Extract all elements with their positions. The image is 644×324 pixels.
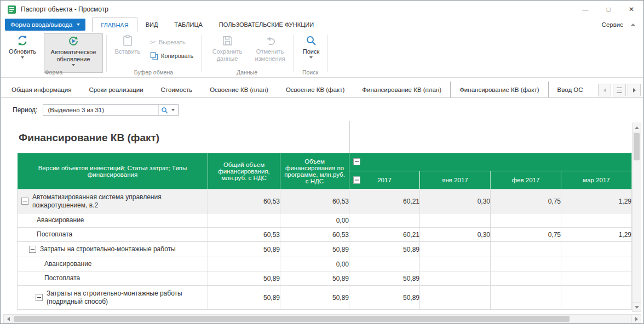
- table-cell[interactable]: 60,53: [208, 189, 280, 213]
- scroll-down-button[interactable]: [633, 302, 641, 311]
- ribbon-tab-bar: Форма ввода/вывода ГЛАВНАЯ ВИД ТАБЛИЦА П…: [1, 18, 643, 32]
- collapse-year-icon[interactable]: [353, 177, 360, 184]
- table-cell[interactable]: [491, 286, 561, 310]
- table-cell[interactable]: 0,00: [280, 257, 349, 271]
- table-row[interactable]: Авансирование 0,00: [18, 213, 632, 228]
- header-feb-2017: фев 2017: [491, 171, 561, 189]
- table-cell[interactable]: [208, 257, 280, 271]
- minimize-button[interactable]: —: [574, 1, 597, 18]
- chevron-down-icon[interactable]: [171, 109, 175, 111]
- table-cell[interactable]: [208, 213, 280, 228]
- tab-implementation-dates[interactable]: Сроки реализации: [80, 82, 152, 97]
- table-cell[interactable]: 0,30: [420, 189, 491, 213]
- collapse-icon[interactable]: [21, 198, 28, 205]
- scissors-icon: ✂: [150, 38, 156, 47]
- table-cell[interactable]: 60,53: [280, 228, 349, 242]
- maximize-button[interactable]: □: [597, 1, 620, 18]
- cut-button[interactable]: ✂ Вырезать: [150, 37, 186, 48]
- ribbon-tab-main[interactable]: ГЛАВНАЯ: [92, 18, 137, 32]
- table-cell[interactable]: [561, 286, 632, 310]
- tab-scroll-left-button[interactable]: [598, 84, 611, 96]
- table-cell[interactable]: [420, 271, 491, 286]
- auto-refresh-button[interactable]: Автоматическое обновление: [44, 33, 103, 73]
- ribbon-tab-table[interactable]: ТАБЛИЦА: [166, 18, 211, 32]
- table-cell[interactable]: 0,75: [491, 228, 561, 242]
- io-form-button[interactable]: Форма ввода/вывода: [5, 19, 85, 31]
- header-mar-2017: мар 2017: [561, 171, 632, 189]
- table-cell[interactable]: [491, 242, 561, 257]
- table-cell[interactable]: [561, 257, 632, 271]
- scroll-left-button[interactable]: [4, 315, 13, 323]
- scroll-right-button[interactable]: [631, 315, 641, 323]
- search-icon[interactable]: [159, 107, 170, 114]
- collapse-icon[interactable]: [29, 246, 36, 253]
- tab-development-plan[interactable]: Освоение КВ (план): [201, 82, 277, 97]
- undo-changes-button[interactable]: Отменить изменения: [250, 33, 290, 62]
- table-cell[interactable]: [420, 213, 491, 228]
- table-cell[interactable]: 1,29: [561, 189, 632, 213]
- table-row[interactable]: Авансирование 0,00: [18, 257, 632, 271]
- tab-general-info[interactable]: Общая информация: [3, 82, 80, 97]
- vertical-scroll-thumb[interactable]: [634, 133, 640, 160]
- refresh-button[interactable]: Обновить: [5, 33, 39, 59]
- ribbon-group-data-label: Данные: [201, 69, 293, 76]
- copy-button[interactable]: Копировать: [150, 50, 193, 61]
- table-cell[interactable]: 60,53: [280, 189, 349, 213]
- table-cell[interactable]: 50,89: [208, 271, 280, 286]
- table-row[interactable]: Постоплата 50,89 50,89 50,89: [18, 271, 632, 286]
- row-label: Затраты на строительно-монтажные работы: [40, 245, 176, 253]
- paste-button[interactable]: Вставить: [111, 33, 145, 55]
- tab-cost[interactable]: Стоимость: [152, 82, 202, 97]
- table-cell[interactable]: 60,21: [349, 228, 420, 242]
- table-cell[interactable]: 50,89: [280, 271, 349, 286]
- table-cell[interactable]: 60,53: [208, 228, 280, 242]
- tab-financing-fact[interactable]: Финансирование КВ (факт): [450, 82, 548, 98]
- table-cell[interactable]: [561, 242, 632, 257]
- table-cell[interactable]: [561, 271, 632, 286]
- table-cell[interactable]: 50,89: [349, 271, 420, 286]
- collapse-all-icon[interactable]: [353, 158, 360, 165]
- service-menu[interactable]: Сервис: [602, 21, 623, 28]
- table-row[interactable]: Затраты на строительно-монтажные работы …: [18, 286, 632, 310]
- table-cell[interactable]: [491, 271, 561, 286]
- table-cell[interactable]: 0,00: [280, 213, 349, 228]
- table-row[interactable]: Затраты на строительно-монтажные работы …: [18, 242, 632, 257]
- table-cell[interactable]: 50,89: [208, 286, 280, 310]
- table-row[interactable]: Автоматизированная система управления по…: [18, 189, 632, 213]
- tab-list-button[interactable]: [613, 84, 626, 96]
- table-cell[interactable]: 0,30: [420, 228, 491, 242]
- tab-financing-plan[interactable]: Финансирование КВ (план): [353, 82, 450, 97]
- table-cell[interactable]: 1,29: [561, 228, 632, 242]
- table-cell[interactable]: 0,75: [491, 189, 561, 213]
- vertical-scrollbar[interactable]: [632, 123, 641, 312]
- table-cell[interactable]: [491, 257, 561, 271]
- table-cell[interactable]: 50,89: [349, 286, 420, 310]
- table-cell[interactable]: 50,89: [349, 242, 420, 257]
- period-combobox[interactable]: (Выделено 3 из 31): [43, 104, 179, 116]
- table-cell[interactable]: [349, 257, 420, 271]
- table-cell[interactable]: [420, 286, 491, 310]
- tab-scroll-right-button[interactable]: [628, 84, 641, 96]
- scroll-up-button[interactable]: [633, 123, 641, 132]
- table-cell[interactable]: 50,89: [280, 242, 349, 257]
- table-cell[interactable]: [491, 213, 561, 228]
- save-data-button[interactable]: Сохранить данные: [208, 33, 246, 62]
- search-button[interactable]: Поиск: [297, 33, 325, 59]
- collapse-icon[interactable]: [36, 294, 43, 301]
- table-cell[interactable]: [420, 242, 491, 257]
- tab-os-input[interactable]: Ввод ОС: [549, 82, 592, 97]
- ribbon-tab-user-functions[interactable]: ПОЛЬЗОВАТЕЛЬСКИЕ ФУНКЦИИ: [211, 18, 322, 32]
- table-cell[interactable]: 50,89: [280, 286, 349, 310]
- horizontal-scrollbar[interactable]: [3, 314, 641, 323]
- table-cell[interactable]: 60,21: [349, 189, 420, 213]
- tab-development-fact[interactable]: Освоение КВ (факт): [277, 82, 353, 97]
- ribbon-tab-view[interactable]: ВИД: [137, 18, 166, 32]
- table-row[interactable]: Постоплата 60,53 60,53 60,21 0,30 0,75 1…: [18, 228, 632, 242]
- table-cell[interactable]: 50,89: [208, 242, 280, 257]
- table-cell[interactable]: [561, 213, 632, 228]
- close-button[interactable]: ✕: [620, 1, 643, 18]
- table-cell[interactable]: [420, 257, 491, 271]
- collapse-ribbon-icon[interactable]: [631, 24, 635, 26]
- horizontal-scroll-thumb[interactable]: [14, 316, 570, 322]
- table-cell[interactable]: [349, 213, 420, 228]
